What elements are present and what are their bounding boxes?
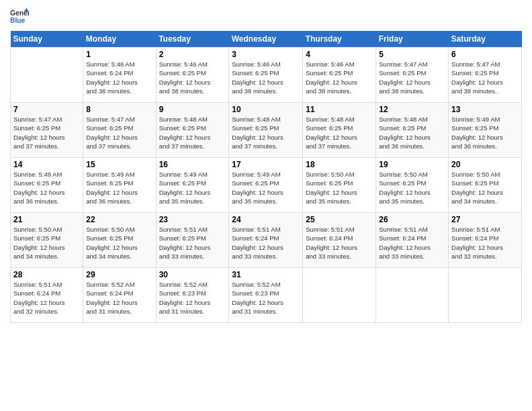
day-number: 25 <box>306 215 373 224</box>
calendar-cell: 26Sunrise: 5:51 AMSunset: 6:24 PMDayligh… <box>376 213 449 268</box>
calendar-cell: 8Sunrise: 5:47 AMSunset: 6:25 PMDaylight… <box>83 103 156 158</box>
day-info: Sunrise: 5:49 AMSunset: 6:25 PMDaylight:… <box>13 170 80 205</box>
calendar-cell: 25Sunrise: 5:51 AMSunset: 6:24 PMDayligh… <box>303 213 376 268</box>
day-info: Sunrise: 5:50 AMSunset: 6:25 PMDaylight:… <box>306 170 373 205</box>
day-info: Sunrise: 5:50 AMSunset: 6:25 PMDaylight:… <box>451 170 519 205</box>
day-number: 7 <box>13 105 80 114</box>
day-number: 13 <box>451 105 519 114</box>
day-number: 23 <box>159 215 226 224</box>
calendar-cell: 3Sunrise: 5:46 AMSunset: 6:25 PMDaylight… <box>229 48 303 103</box>
calendar-cell: 6Sunrise: 5:47 AMSunset: 6:25 PMDaylight… <box>449 48 522 103</box>
day-info: Sunrise: 5:49 AMSunset: 6:25 PMDaylight:… <box>451 115 519 150</box>
calendar-week-row: 1Sunrise: 5:46 AMSunset: 6:24 PMDaylight… <box>11 48 522 103</box>
calendar-cell: 15Sunrise: 5:49 AMSunset: 6:25 PMDayligh… <box>83 158 156 213</box>
calendar-cell: 14Sunrise: 5:49 AMSunset: 6:25 PMDayligh… <box>11 158 83 213</box>
day-number: 29 <box>86 270 152 279</box>
day-info: Sunrise: 5:46 AMSunset: 6:25 PMDaylight:… <box>306 60 373 95</box>
day-info: Sunrise: 5:48 AMSunset: 6:25 PMDaylight:… <box>159 115 226 150</box>
day-number: 20 <box>451 160 519 169</box>
day-number: 28 <box>13 270 80 279</box>
calendar-cell: 2Sunrise: 5:46 AMSunset: 6:25 PMDaylight… <box>156 48 229 103</box>
day-info: Sunrise: 5:50 AMSunset: 6:25 PMDaylight:… <box>379 170 445 205</box>
calendar-cell: 30Sunrise: 5:52 AMSunset: 6:23 PMDayligh… <box>156 268 229 323</box>
day-number: 22 <box>86 215 152 224</box>
calendar-cell: 18Sunrise: 5:50 AMSunset: 6:25 PMDayligh… <box>303 158 376 213</box>
day-info: Sunrise: 5:52 AMSunset: 6:23 PMDaylight:… <box>159 280 226 316</box>
day-info: Sunrise: 5:49 AMSunset: 6:25 PMDaylight:… <box>232 170 300 205</box>
day-number: 18 <box>306 160 373 169</box>
day-info: Sunrise: 5:46 AMSunset: 6:24 PMDaylight:… <box>86 60 152 95</box>
calendar-cell: 17Sunrise: 5:49 AMSunset: 6:25 PMDayligh… <box>229 158 303 213</box>
calendar-cell <box>11 48 83 103</box>
calendar-cell: 22Sunrise: 5:50 AMSunset: 6:25 PMDayligh… <box>83 213 156 268</box>
day-number: 17 <box>232 160 300 169</box>
weekday-header: Thursday <box>303 31 376 48</box>
day-number: 30 <box>159 270 226 279</box>
day-number: 5 <box>379 50 445 59</box>
day-info: Sunrise: 5:51 AMSunset: 6:24 PMDaylight:… <box>306 225 373 261</box>
svg-text:Blue: Blue <box>10 17 26 24</box>
calendar-cell: 29Sunrise: 5:52 AMSunset: 6:24 PMDayligh… <box>83 268 156 323</box>
calendar-header: SundayMondayTuesdayWednesdayThursdayFrid… <box>11 31 522 48</box>
day-info: Sunrise: 5:47 AMSunset: 6:25 PMDaylight:… <box>379 60 445 95</box>
calendar-cell: 5Sunrise: 5:47 AMSunset: 6:25 PMDaylight… <box>376 48 449 103</box>
calendar-cell: 11Sunrise: 5:48 AMSunset: 6:25 PMDayligh… <box>303 103 376 158</box>
calendar-cell: 4Sunrise: 5:46 AMSunset: 6:25 PMDaylight… <box>303 48 376 103</box>
weekday-header: Monday <box>83 31 156 48</box>
weekday-header: Wednesday <box>229 31 303 48</box>
day-info: Sunrise: 5:51 AMSunset: 6:24 PMDaylight:… <box>232 225 300 261</box>
calendar-week-row: 7Sunrise: 5:47 AMSunset: 6:25 PMDaylight… <box>11 103 522 158</box>
day-number: 21 <box>13 215 80 224</box>
logo-icon: General Blue <box>10 7 29 26</box>
day-number: 12 <box>379 105 445 114</box>
day-number: 26 <box>379 215 445 224</box>
calendar-cell: 23Sunrise: 5:51 AMSunset: 6:25 PMDayligh… <box>156 213 229 268</box>
calendar-cell: 10Sunrise: 5:48 AMSunset: 6:25 PMDayligh… <box>229 103 303 158</box>
day-info: Sunrise: 5:51 AMSunset: 6:25 PMDaylight:… <box>159 225 226 261</box>
day-number: 9 <box>159 105 226 114</box>
calendar-week-row: 21Sunrise: 5:50 AMSunset: 6:25 PMDayligh… <box>11 213 522 268</box>
weekday-header: Saturday <box>449 31 522 48</box>
day-info: Sunrise: 5:50 AMSunset: 6:25 PMDaylight:… <box>13 225 80 261</box>
day-info: Sunrise: 5:52 AMSunset: 6:23 PMDaylight:… <box>232 280 300 316</box>
calendar-cell: 31Sunrise: 5:52 AMSunset: 6:23 PMDayligh… <box>229 268 303 323</box>
day-info: Sunrise: 5:49 AMSunset: 6:25 PMDaylight:… <box>86 170 152 205</box>
day-info: Sunrise: 5:48 AMSunset: 6:25 PMDaylight:… <box>306 115 373 150</box>
calendar-cell: 1Sunrise: 5:46 AMSunset: 6:24 PMDaylight… <box>83 48 156 103</box>
calendar-cell: 20Sunrise: 5:50 AMSunset: 6:25 PMDayligh… <box>449 158 522 213</box>
day-number: 27 <box>451 215 519 224</box>
calendar-cell: 21Sunrise: 5:50 AMSunset: 6:25 PMDayligh… <box>11 213 83 268</box>
calendar-cell: 24Sunrise: 5:51 AMSunset: 6:24 PMDayligh… <box>229 213 303 268</box>
calendar-cell: 27Sunrise: 5:51 AMSunset: 6:24 PMDayligh… <box>449 213 522 268</box>
weekday-header: Tuesday <box>156 31 229 48</box>
day-info: Sunrise: 5:51 AMSunset: 6:24 PMDaylight:… <box>13 280 80 316</box>
calendar-week-row: 28Sunrise: 5:51 AMSunset: 6:24 PMDayligh… <box>11 268 522 323</box>
calendar-cell: 19Sunrise: 5:50 AMSunset: 6:25 PMDayligh… <box>376 158 449 213</box>
weekday-header: Sunday <box>11 31 83 48</box>
day-info: Sunrise: 5:48 AMSunset: 6:25 PMDaylight:… <box>379 115 445 150</box>
day-info: Sunrise: 5:47 AMSunset: 6:25 PMDaylight:… <box>451 60 519 95</box>
day-number: 8 <box>86 105 152 114</box>
calendar-cell <box>376 268 449 323</box>
day-number: 4 <box>306 50 373 59</box>
calendar-cell: 28Sunrise: 5:51 AMSunset: 6:24 PMDayligh… <box>11 268 83 323</box>
day-info: Sunrise: 5:47 AMSunset: 6:25 PMDaylight:… <box>86 115 152 150</box>
header: General Blue <box>10 7 522 26</box>
calendar-cell: 9Sunrise: 5:48 AMSunset: 6:25 PMDaylight… <box>156 103 229 158</box>
calendar-table: SundayMondayTuesdayWednesdayThursdayFrid… <box>10 31 522 323</box>
day-number: 3 <box>232 50 300 59</box>
day-number: 16 <box>159 160 226 169</box>
calendar-cell: 12Sunrise: 5:48 AMSunset: 6:25 PMDayligh… <box>376 103 449 158</box>
day-info: Sunrise: 5:51 AMSunset: 6:24 PMDaylight:… <box>379 225 445 261</box>
day-number: 31 <box>232 270 300 279</box>
day-number: 2 <box>159 50 226 59</box>
day-info: Sunrise: 5:52 AMSunset: 6:24 PMDaylight:… <box>86 280 152 316</box>
calendar-cell <box>303 268 376 323</box>
day-number: 24 <box>232 215 300 224</box>
day-number: 1 <box>86 50 152 59</box>
calendar-body: 1Sunrise: 5:46 AMSunset: 6:24 PMDaylight… <box>11 48 522 323</box>
day-info: Sunrise: 5:47 AMSunset: 6:25 PMDaylight:… <box>13 115 80 150</box>
logo: General Blue <box>10 7 29 26</box>
calendar-cell: 7Sunrise: 5:47 AMSunset: 6:25 PMDaylight… <box>11 103 83 158</box>
day-number: 11 <box>306 105 373 114</box>
